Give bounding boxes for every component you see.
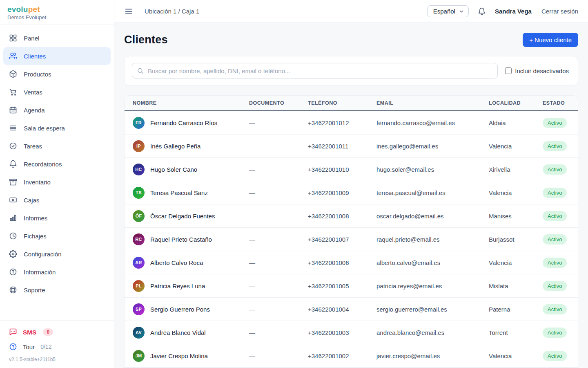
client-name: Hugo Soler Cano	[150, 166, 197, 173]
bar-chart-icon	[9, 214, 17, 222]
client-avatar: SP	[133, 303, 145, 315]
column-header-email: EMAIL	[376, 100, 489, 106]
include-deactivated-label[interactable]: Incluir desactivados	[515, 67, 569, 74]
cash-icon	[9, 196, 17, 204]
client-email: oscar.delgado@email.es	[376, 213, 489, 220]
table-row[interactable]: SP Sergio Guerrero Pons — +34622001004 s…	[125, 298, 578, 321]
sidebar-item-soporte[interactable]: Soporte	[3, 281, 111, 299]
topbar: Ubicación 1 / Caja 1 Español Sandra Vega…	[114, 0, 588, 23]
client-status-cell: Activo	[543, 141, 570, 151]
logout-link[interactable]: Cerrar sesión	[541, 8, 578, 15]
client-phone: +34622001009	[308, 189, 376, 196]
page-content: Clientes + Nuevo cliente Incluir desacti…	[114, 23, 588, 368]
search-box	[132, 63, 498, 79]
client-status-cell: Activo	[543, 281, 570, 291]
client-avatar: FR	[133, 117, 145, 129]
include-deactivated-wrap: Incluir desactivados	[505, 67, 570, 74]
search-card: Incluir desactivados	[124, 56, 578, 85]
status-badge: Activo	[543, 281, 567, 291]
language-select-value: Español	[433, 8, 455, 15]
sidebar-item-label: Recordatorios	[24, 161, 62, 168]
sidebar-item-informacion[interactable]: Información	[3, 263, 111, 281]
client-name-cell: SP Sergio Guerrero Pons	[133, 303, 249, 315]
client-phone: +34622001012	[308, 119, 376, 126]
status-badge: Activo	[543, 351, 567, 361]
language-select[interactable]: Español	[427, 5, 469, 17]
client-name: Patricia Reyes Luna	[150, 283, 205, 289]
client-name-cell: AR Alberto Calvo Roca	[133, 257, 249, 269]
sidebar-item-sala-de-espera[interactable]: Sala de espera	[3, 119, 111, 137]
client-avatar: HC	[133, 164, 145, 175]
client-city: Valencia	[489, 143, 543, 150]
client-name: Javier Crespo Molina	[150, 352, 208, 359]
table-row[interactable]: AR Alberto Calvo Roca — +34622001006 alb…	[125, 251, 578, 274]
include-deactivated-checkbox[interactable]	[505, 67, 512, 74]
client-name: Inés Gallego Peña	[150, 143, 200, 150]
client-name-cell: AV Andrea Blanco Vidal	[133, 327, 249, 339]
sidebar-item-informes[interactable]: Informes	[3, 209, 111, 227]
sidebar-item-productos[interactable]: Productos	[3, 65, 111, 83]
client-name: Raquel Prieto Castaño	[150, 236, 212, 243]
check-circle-icon	[9, 142, 17, 150]
table-row[interactable]: JM Javier Crespo Molina — +34622001002 j…	[125, 344, 578, 368]
sidebar-item-tour[interactable]: Tour 0/12	[3, 339, 111, 354]
sidebar-item-tareas[interactable]: Tareas	[3, 137, 111, 155]
sidebar-item-configuracion[interactable]: Configuración	[3, 245, 111, 263]
client-phone: +34622001002	[308, 352, 376, 359]
client-document: —	[249, 189, 308, 196]
table-row[interactable]: HC Hugo Soler Cano — +34622001010 hugo.s…	[125, 158, 578, 181]
client-name-cell: FR Fernando Carrasco Ríos	[133, 117, 249, 129]
sidebar-item-cajas[interactable]: Cajas	[3, 191, 111, 209]
client-status-cell: Activo	[543, 304, 570, 314]
sidebar-item-panel[interactable]: Panel	[3, 29, 111, 47]
search-input[interactable]	[132, 63, 498, 79]
hamburger-menu-icon[interactable]	[124, 7, 133, 16]
client-document: —	[249, 119, 308, 126]
table-row[interactable]: IP Inés Gallego Peña — +34622001011 ines…	[125, 135, 578, 158]
client-name: Sergio Guerrero Pons	[150, 306, 210, 313]
client-document: —	[249, 306, 308, 313]
sidebar-item-sms[interactable]: SMS 0	[3, 325, 111, 339]
client-document: —	[249, 213, 308, 220]
table-row[interactable]: TS Teresa Pascual Sanz — +34622001009 te…	[125, 181, 578, 204]
sidebar-item-fichajes[interactable]: Fichajes	[3, 227, 111, 245]
users-icon	[9, 52, 17, 60]
calendar-icon	[9, 106, 17, 114]
sidebar-item-ventas[interactable]: Ventas	[3, 83, 111, 101]
clock-icon	[9, 232, 17, 240]
sidebar-item-label: Agenda	[24, 107, 45, 114]
client-name: Teresa Pascual Sanz	[150, 189, 208, 196]
user-name[interactable]: Sandra Vega	[495, 8, 532, 15]
sidebar: evolupet Demos Evolupet Panel Clientes P…	[0, 0, 114, 368]
sidebar-item-label: Clientes	[24, 53, 46, 60]
notifications-bell-icon[interactable]	[478, 7, 486, 16]
client-avatar: JM	[133, 350, 145, 362]
table-row[interactable]: AV Andrea Blanco Vidal — +34622001003 an…	[125, 321, 578, 344]
client-name-cell: IP Inés Gallego Peña	[133, 140, 249, 152]
sidebar-item-inventario[interactable]: Inventario	[3, 173, 111, 191]
client-avatar: PL	[133, 280, 145, 292]
sidebar-item-agenda[interactable]: Agenda	[3, 101, 111, 119]
client-status-cell: Activo	[543, 211, 570, 221]
new-client-button[interactable]: + Nuevo cliente	[523, 33, 578, 47]
column-header-nombre: NOMBRE	[133, 100, 249, 106]
client-avatar: RC	[133, 233, 145, 245]
table-row[interactable]: PL Patricia Reyes Luna — +34622001005 pa…	[125, 274, 578, 298]
client-name: Fernando Carrasco Ríos	[150, 119, 217, 126]
package-icon	[9, 70, 17, 78]
client-phone: +34622001005	[308, 283, 376, 289]
client-avatar: AV	[133, 327, 145, 339]
status-badge: Activo	[543, 141, 567, 151]
table-row[interactable]: FR Fernando Carrasco Ríos — +34622001012…	[125, 111, 578, 135]
brand-subtitle: Demos Evolupet	[7, 14, 107, 20]
tour-progress: 0/12	[40, 343, 51, 350]
status-badge: Activo	[543, 304, 567, 314]
sidebar-item-recordatorios[interactable]: Recordatorios	[3, 155, 111, 173]
table-row[interactable]: ÓF Óscar Delgado Fuentes — +34622001008 …	[125, 204, 578, 228]
client-document: —	[249, 352, 308, 359]
client-status-cell: Activo	[543, 258, 570, 268]
sidebar-item-clientes[interactable]: Clientes	[3, 47, 111, 65]
sidebar-item-label: Cajas	[24, 197, 39, 204]
client-city: Valencia	[489, 189, 543, 196]
table-row[interactable]: RC Raquel Prieto Castaño — +34622001007 …	[125, 228, 578, 251]
